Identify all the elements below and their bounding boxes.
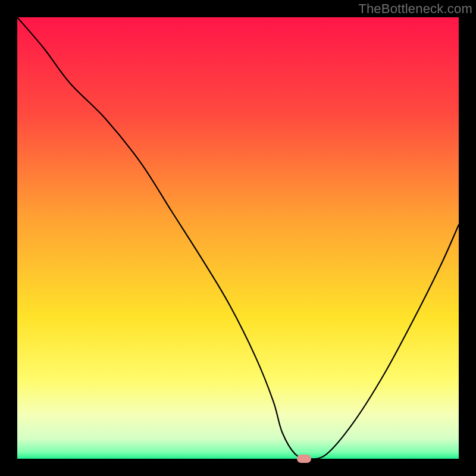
optimum-marker bbox=[297, 455, 311, 463]
gradient-background bbox=[17, 17, 459, 459]
chart-frame: TheBottleneck.com bbox=[0, 0, 476, 476]
watermark: TheBottleneck.com bbox=[358, 1, 472, 17]
chart-svg bbox=[17, 17, 459, 459]
plot-area bbox=[17, 17, 459, 459]
